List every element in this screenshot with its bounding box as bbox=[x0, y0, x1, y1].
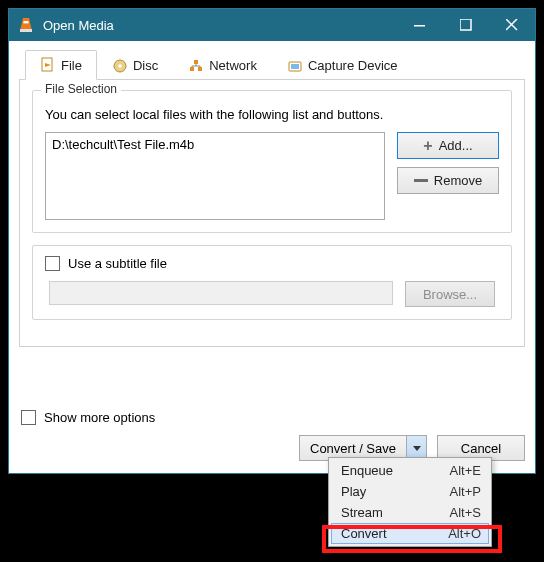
subtitle-group: Use a subtitle file Browse... bbox=[32, 245, 512, 320]
window-title: Open Media bbox=[43, 18, 397, 33]
subtitle-checkbox[interactable] bbox=[45, 256, 60, 271]
cancel-label: Cancel bbox=[461, 441, 501, 456]
menu-shortcut: Alt+S bbox=[450, 505, 481, 520]
tab-disc[interactable]: Disc bbox=[97, 50, 173, 80]
vlc-icon bbox=[17, 16, 35, 34]
browse-button: Browse... bbox=[405, 281, 495, 307]
svg-rect-3 bbox=[414, 25, 425, 27]
disc-icon bbox=[112, 58, 128, 74]
plus-icon: + bbox=[423, 138, 432, 154]
dialog-body: File Disc Network Capture Device bbox=[9, 41, 535, 473]
menu-label: Stream bbox=[341, 505, 450, 520]
tab-label: Capture Device bbox=[308, 58, 398, 73]
svg-rect-11 bbox=[190, 67, 194, 71]
svg-rect-2 bbox=[24, 21, 29, 23]
action-row: Convert / Save Cancel bbox=[19, 425, 525, 461]
add-button[interactable]: + Add... bbox=[397, 132, 499, 159]
tab-label: Disc bbox=[133, 58, 158, 73]
open-media-dialog: Open Media File Disc bbox=[8, 8, 536, 474]
subtitle-path-field bbox=[49, 281, 393, 305]
menu-item-stream[interactable]: Stream Alt+S bbox=[331, 502, 489, 523]
tab-label: Network bbox=[209, 58, 257, 73]
network-icon bbox=[188, 58, 204, 74]
svg-rect-13 bbox=[194, 60, 198, 64]
menu-shortcut: Alt+O bbox=[448, 526, 481, 541]
close-button[interactable] bbox=[489, 9, 535, 41]
file-icon bbox=[40, 57, 56, 73]
tabs: File Disc Network Capture Device bbox=[19, 49, 525, 80]
svg-point-10 bbox=[118, 64, 122, 68]
menu-item-convert[interactable]: Convert Alt+O bbox=[331, 523, 489, 544]
show-more-label: Show more options bbox=[44, 410, 155, 425]
capture-icon bbox=[287, 58, 303, 74]
remove-button[interactable]: Remove bbox=[397, 167, 499, 194]
menu-label: Enqueue bbox=[341, 463, 450, 478]
minimize-button[interactable] bbox=[397, 9, 443, 41]
remove-label: Remove bbox=[434, 173, 482, 188]
show-more-row: Show more options bbox=[19, 402, 525, 425]
menu-item-play[interactable]: Play Alt+P bbox=[331, 481, 489, 502]
svg-rect-12 bbox=[198, 67, 202, 71]
subtitle-label: Use a subtitle file bbox=[68, 256, 167, 271]
file-list[interactable]: D:\techcult\Test File.m4b bbox=[45, 132, 385, 220]
menu-label: Play bbox=[341, 484, 450, 499]
maximize-button[interactable] bbox=[443, 9, 489, 41]
svg-rect-15 bbox=[291, 64, 299, 69]
tab-file[interactable]: File bbox=[25, 50, 97, 80]
minus-icon bbox=[414, 179, 428, 182]
titlebar: Open Media bbox=[9, 9, 535, 41]
list-item[interactable]: D:\techcult\Test File.m4b bbox=[52, 137, 378, 152]
svg-rect-4 bbox=[460, 19, 471, 30]
file-selection-legend: File Selection bbox=[41, 82, 121, 96]
add-label: Add... bbox=[439, 138, 473, 153]
tab-network[interactable]: Network bbox=[173, 50, 272, 80]
convert-save-menu: Enqueue Alt+E Play Alt+P Stream Alt+S Co… bbox=[328, 457, 492, 547]
file-selection-group: File Selection You can select local file… bbox=[32, 90, 512, 233]
file-tab-panel: File Selection You can select local file… bbox=[19, 80, 525, 347]
tab-capture[interactable]: Capture Device bbox=[272, 50, 413, 80]
tab-label: File bbox=[61, 58, 82, 73]
chevron-down-icon bbox=[413, 446, 421, 451]
show-more-checkbox[interactable] bbox=[21, 410, 36, 425]
file-selection-desc: You can select local files with the foll… bbox=[45, 107, 499, 122]
menu-shortcut: Alt+E bbox=[450, 463, 481, 478]
menu-shortcut: Alt+P bbox=[450, 484, 481, 499]
menu-label: Convert bbox=[341, 526, 448, 541]
browse-label: Browse... bbox=[423, 287, 477, 302]
menu-item-enqueue[interactable]: Enqueue Alt+E bbox=[331, 460, 489, 481]
svg-rect-1 bbox=[20, 29, 32, 32]
